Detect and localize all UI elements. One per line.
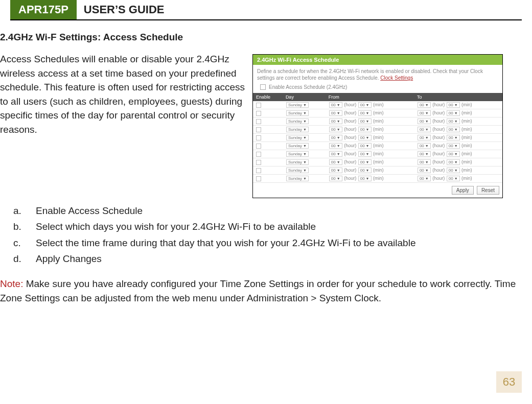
row-enable-checkbox[interactable] <box>256 152 261 157</box>
row-enable-checkbox[interactable] <box>256 160 261 165</box>
minute-select[interactable]: 00▼ <box>358 143 372 149</box>
table-row: Sunday▼00▼ (hour) 00▼ (min)00▼ (hour) 00… <box>253 150 502 158</box>
day-select[interactable]: Sunday▼ <box>286 135 309 140</box>
step-item: b.Select which days you wish for your 2.… <box>0 219 522 234</box>
reset-button[interactable]: Reset <box>477 186 499 195</box>
schedule-table: Enable Day From To Sunday▼00▼ (hour) 00▼… <box>253 93 502 183</box>
minute-select[interactable]: 00▼ <box>358 127 372 132</box>
model-badge: APR175P <box>10 0 77 19</box>
hour-select[interactable]: 00▼ <box>418 135 431 140</box>
hour-select[interactable]: 00▼ <box>418 168 431 173</box>
minute-select[interactable]: 00▼ <box>447 143 460 149</box>
step-text: Enable Access Schedule <box>36 203 522 218</box>
minute-select[interactable]: 00▼ <box>447 168 460 173</box>
row-enable-checkbox[interactable] <box>256 111 261 116</box>
step-item: d.Apply Changes <box>0 251 522 266</box>
hour-select[interactable]: 00▼ <box>329 102 342 108</box>
minute-select[interactable]: 00▼ <box>447 159 460 165</box>
row-enable-checkbox[interactable] <box>256 103 261 108</box>
section-title: 2.4GHz Wi-F Settings: Access Schedule <box>0 32 522 43</box>
minute-select[interactable]: 00▼ <box>447 110 460 116</box>
hour-select[interactable]: 00▼ <box>418 151 431 157</box>
day-select[interactable]: Sunday▼ <box>286 102 309 108</box>
minute-select[interactable]: 00▼ <box>447 151 460 157</box>
enable-schedule-checkbox-row: Enable Access Schedule (2.4GHz) <box>253 83 502 93</box>
day-select[interactable]: Sunday▼ <box>286 151 309 157</box>
hour-select[interactable]: 00▼ <box>329 151 342 157</box>
row-enable-checkbox[interactable] <box>256 168 261 173</box>
step-marker: b. <box>0 219 25 234</box>
hour-select[interactable]: 00▼ <box>329 159 342 165</box>
row-enable-checkbox[interactable] <box>256 144 261 149</box>
hour-select[interactable]: 00▼ <box>418 102 431 108</box>
minute-select[interactable]: 00▼ <box>358 102 372 108</box>
minute-select[interactable]: 00▼ <box>447 135 460 140</box>
row-enable-checkbox[interactable] <box>256 176 261 181</box>
row-enable-checkbox[interactable] <box>256 135 261 140</box>
step-item: c.Select the time frame during that day … <box>0 235 522 250</box>
table-row: Sunday▼00▼ (hour) 00▼ (min)00▼ (hour) 00… <box>253 101 502 109</box>
table-row: Sunday▼00▼ (hour) 00▼ (min)00▼ (hour) 00… <box>253 142 502 150</box>
table-row: Sunday▼00▼ (hour) 00▼ (min)00▼ (hour) 00… <box>253 158 502 167</box>
minute-select[interactable]: 00▼ <box>358 168 372 173</box>
row-enable-checkbox[interactable] <box>256 127 261 132</box>
day-select[interactable]: Sunday▼ <box>286 168 309 173</box>
hour-select[interactable]: 00▼ <box>329 135 342 140</box>
hour-select[interactable]: 00▼ <box>418 176 431 181</box>
doc-header: APR175P USER’S GUIDE <box>10 0 522 20</box>
hour-select[interactable]: 00▼ <box>329 127 342 132</box>
hour-select[interactable]: 00▼ <box>418 110 431 116</box>
enable-schedule-checkbox[interactable] <box>260 84 266 90</box>
hour-select[interactable]: 00▼ <box>418 127 431 132</box>
day-select[interactable]: Sunday▼ <box>286 110 309 116</box>
figure-description: Define a schedule for when the 2.4GHz Wi… <box>253 65 502 83</box>
note-text: Make sure you have already configured yo… <box>0 278 516 304</box>
steps-list: a.Enable Access Scheduleb.Select which d… <box>0 203 522 268</box>
table-row: Sunday▼00▼ (hour) 00▼ (min)00▼ (hour) 00… <box>253 167 502 175</box>
step-marker: a. <box>0 203 25 218</box>
hour-select[interactable]: 00▼ <box>418 118 431 124</box>
figure-panel-title: 2.4GHz Wi-Fi Access Schedule <box>253 55 502 65</box>
col-day: Day <box>283 93 326 101</box>
step-marker: c. <box>0 235 25 250</box>
day-select[interactable]: Sunday▼ <box>286 159 309 165</box>
day-select[interactable]: Sunday▼ <box>286 118 309 124</box>
minute-select[interactable]: 00▼ <box>358 151 372 157</box>
note-label: Note: <box>0 278 23 289</box>
row-enable-checkbox[interactable] <box>256 119 261 124</box>
hour-select[interactable]: 00▼ <box>329 110 342 116</box>
minute-select[interactable]: 00▼ <box>447 102 460 108</box>
minute-select[interactable]: 00▼ <box>358 110 372 116</box>
minute-select[interactable]: 00▼ <box>358 118 372 124</box>
col-to: To <box>414 93 502 101</box>
minute-select[interactable]: 00▼ <box>447 176 460 181</box>
table-row: Sunday▼00▼ (hour) 00▼ (min)00▼ (hour) 00… <box>253 126 502 134</box>
hour-select[interactable]: 00▼ <box>329 118 342 124</box>
table-row: Sunday▼00▼ (hour) 00▼ (min)00▼ (hour) 00… <box>253 117 502 126</box>
step-text: Select the time frame during that day th… <box>36 235 522 250</box>
hour-select[interactable]: 00▼ <box>418 143 431 149</box>
step-item: a.Enable Access Schedule <box>0 203 522 218</box>
minute-select[interactable]: 00▼ <box>358 135 372 140</box>
apply-button[interactable]: Apply <box>452 186 474 195</box>
doc-title: USER’S GUIDE <box>77 0 172 19</box>
hour-select[interactable]: 00▼ <box>418 159 431 165</box>
table-row: Sunday▼00▼ (hour) 00▼ (min)00▼ (hour) 00… <box>253 175 502 183</box>
day-select[interactable]: Sunday▼ <box>286 176 309 181</box>
note-paragraph: Note: Make sure you have already configu… <box>0 277 522 306</box>
enable-schedule-label: Enable Access Schedule (2.4GHz) <box>269 84 347 90</box>
minute-select[interactable]: 00▼ <box>447 118 460 124</box>
clock-settings-link[interactable]: Clock Settings <box>380 75 413 81</box>
hour-select[interactable]: 00▼ <box>329 143 342 149</box>
day-select[interactable]: Sunday▼ <box>286 127 309 132</box>
hour-select[interactable]: 00▼ <box>329 168 342 173</box>
step-text: Select which days you wish for your 2.4G… <box>36 219 522 234</box>
minute-select[interactable]: 00▼ <box>358 159 372 165</box>
minute-select[interactable]: 00▼ <box>447 127 460 132</box>
step-marker: d. <box>0 251 25 266</box>
day-select[interactable]: Sunday▼ <box>286 143 309 149</box>
minute-select[interactable]: 00▼ <box>358 176 372 181</box>
hour-select[interactable]: 00▼ <box>329 176 342 181</box>
figure-desc-text: Define a schedule for when the 2.4GHz Wi… <box>257 68 483 81</box>
intro-paragraph: Access Schedules will enable or disable … <box>0 52 245 136</box>
